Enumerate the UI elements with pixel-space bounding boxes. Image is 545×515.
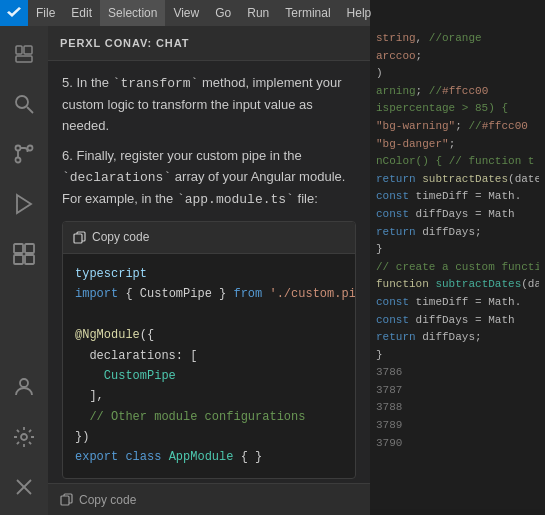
svg-point-3	[16, 96, 28, 108]
menu-edit[interactable]: Edit	[63, 0, 100, 26]
menu-run[interactable]: Run	[239, 0, 277, 26]
svg-rect-10	[25, 244, 34, 253]
source-control-icon[interactable]	[0, 130, 48, 178]
right-code-panel: string, //orange arccoo; ) arning; //#ff…	[370, 26, 545, 515]
code-block-body: typescript import { CustomPipe } from '.…	[63, 254, 355, 478]
chat-title: PERXL CONAV: CHAT	[60, 37, 189, 49]
extensions-icon[interactable]	[0, 230, 48, 278]
chat-header: PERXL CONAV: CHAT	[48, 26, 370, 61]
menu-bar: File Edit Selection View Go Run Terminal…	[0, 0, 370, 26]
copy-label: Copy code	[92, 228, 149, 247]
account-icon[interactable]	[0, 363, 48, 411]
svg-rect-12	[25, 255, 34, 264]
svg-marker-8	[17, 195, 31, 213]
svg-rect-18	[74, 234, 82, 243]
settings-icon[interactable]	[0, 413, 48, 461]
app-icon	[0, 0, 28, 26]
chat-content[interactable]: 5. In the `transform` method, implement …	[48, 61, 370, 483]
search-icon[interactable]	[0, 80, 48, 128]
svg-point-5	[16, 146, 21, 151]
close-icon[interactable]	[0, 463, 48, 511]
copy-code-button[interactable]: Copy code	[63, 222, 355, 254]
svg-rect-1	[16, 56, 32, 62]
svg-rect-2	[24, 46, 32, 54]
menu-view[interactable]: View	[165, 0, 207, 26]
svg-rect-20	[61, 496, 69, 505]
step5-text: 5. In the `transform` method, implement …	[62, 73, 356, 136]
svg-rect-9	[14, 244, 23, 253]
debug-icon[interactable]	[0, 180, 48, 228]
svg-line-4	[27, 107, 33, 113]
chat-panel: PERXL CONAV: CHAT 5. In the `transform` …	[48, 26, 370, 515]
menu-go[interactable]: Go	[207, 0, 239, 26]
menu-terminal[interactable]: Terminal	[277, 0, 338, 26]
menu-selection[interactable]: Selection	[100, 0, 165, 26]
svg-rect-11	[14, 255, 23, 264]
svg-point-14	[21, 434, 27, 440]
explorer-icon[interactable]	[0, 30, 48, 78]
code-block: Copy code typescript import { CustomPipe…	[62, 221, 356, 479]
menu-help[interactable]: Help	[339, 0, 380, 26]
bottom-copy-bar[interactable]: Copy code	[48, 483, 370, 515]
step6-text: 6. Finally, register your custom pipe in…	[62, 146, 356, 210]
svg-point-13	[20, 379, 28, 387]
svg-point-7	[16, 158, 21, 163]
svg-rect-0	[16, 46, 22, 54]
activity-bar	[0, 26, 48, 515]
bottom-copy-label: Copy code	[79, 493, 136, 507]
menu-file[interactable]: File	[28, 0, 63, 26]
